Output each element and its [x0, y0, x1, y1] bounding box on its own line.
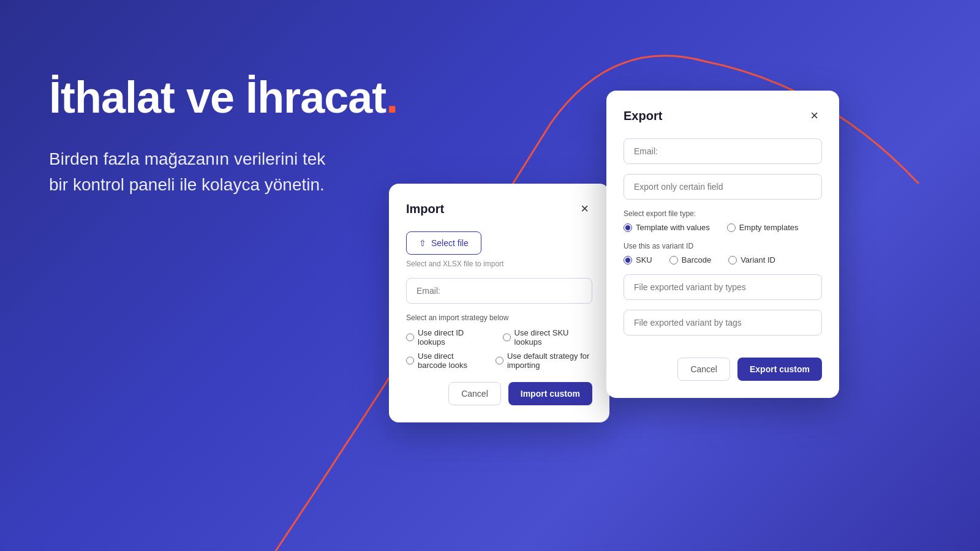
export-close-button[interactable]: ×: [807, 108, 822, 124]
strategy-direct-id[interactable]: Use direct ID lookups: [406, 328, 488, 347]
export-cancel-button[interactable]: Cancel: [677, 358, 730, 381]
import-cancel-button[interactable]: Cancel: [448, 382, 501, 405]
export-file-type-label: Select export file type:: [624, 209, 822, 218]
import-strategy-row-2: Use direct barcode looks Use default str…: [406, 351, 592, 370]
file-type-template-values[interactable]: Template with values: [624, 223, 710, 232]
select-file-button[interactable]: ⇧ Select file: [406, 231, 481, 255]
file-type-empty-templates[interactable]: Empty templates: [727, 223, 799, 232]
import-email-field[interactable]: [406, 278, 592, 304]
import-dialog-footer: Cancel Import custom: [406, 382, 592, 405]
export-variant-id-label: Use this as variant ID: [624, 242, 822, 250]
import-strategy-group: Use direct ID lookups Use direct SKU loo…: [406, 328, 592, 370]
export-file-types-field[interactable]: [624, 274, 822, 300]
hero-title: İthalat ve İhracat.: [49, 73, 398, 122]
export-dialog-footer: Cancel Export custom: [624, 358, 822, 381]
export-submit-button[interactable]: Export custom: [737, 358, 822, 381]
import-helper-text: Select and XLSX file to import: [406, 260, 592, 268]
export-dialog-title: Export: [624, 109, 662, 123]
hero-section: İthalat ve İhracat. Birden fazla mağazan…: [49, 73, 398, 198]
hero-subtitle: Birden fazla mağazanın verilerini tek bi…: [49, 146, 398, 198]
import-dialog-header: Import ×: [406, 201, 592, 217]
import-dialog: Import × ⇧ Select file Select and XLSX f…: [389, 184, 609, 422]
import-close-button[interactable]: ×: [577, 201, 592, 217]
variant-id-sku[interactable]: SKU: [624, 255, 652, 264]
export-dialog: Export × Select export file type: Templa…: [606, 91, 839, 398]
import-dialog-title: Import: [406, 202, 444, 216]
export-certain-field[interactable]: [624, 174, 822, 200]
import-strategy-label: Select an import strategy below: [406, 313, 592, 322]
export-file-type-group: Template with values Empty templates: [624, 223, 822, 232]
export-file-tags-field[interactable]: [624, 310, 822, 335]
import-strategy-row-1: Use direct ID lookups Use direct SKU loo…: [406, 328, 592, 347]
select-file-container: ⇧ Select file: [406, 231, 592, 260]
export-variant-id-group: SKU Barcode Variant ID: [624, 255, 822, 264]
variant-id-variant-id[interactable]: Variant ID: [728, 255, 775, 264]
strategy-default[interactable]: Use default strategy for importing: [496, 351, 592, 370]
import-submit-button[interactable]: Import custom: [508, 382, 592, 405]
strategy-direct-barcode[interactable]: Use direct barcode looks: [406, 351, 481, 370]
variant-id-barcode[interactable]: Barcode: [669, 255, 711, 264]
strategy-direct-sku[interactable]: Use direct SKU lookups: [503, 328, 592, 347]
export-dialog-header: Export ×: [624, 108, 822, 124]
upload-icon: ⇧: [419, 238, 426, 248]
export-email-field[interactable]: [624, 138, 822, 164]
